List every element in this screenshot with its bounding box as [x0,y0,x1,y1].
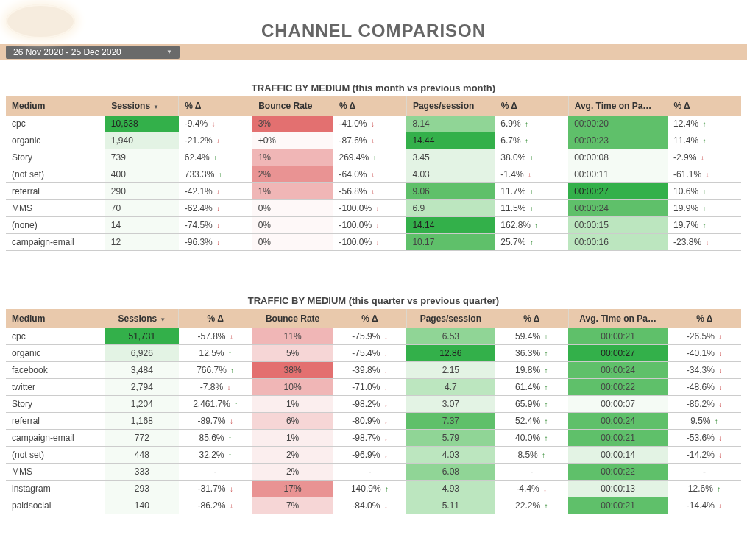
cell-bounce-delta: -100.0% ↓ [333,234,407,251]
table-traffic-month: Medium Sessions▼ % Δ Bounce Rate % Δ Pag… [6,96,741,251]
chevron-down-icon: ▼ [166,46,172,59]
col-time-delta[interactable]: % Δ [668,309,741,328]
cell-sessions-delta: -89.7% ↓ [179,413,252,430]
cell-bounce: 1% [252,149,333,166]
cell-time: 00:00:27 [568,345,668,362]
table1-container: Medium Sessions▼ % Δ Bounce Rate % Δ Pag… [0,96,747,251]
cell-time: 00:00:22 [568,464,668,481]
arrow-down-icon: ↓ [371,188,375,196]
col-medium[interactable]: Medium [6,96,105,116]
col-time[interactable]: Avg. Time on Pa… [568,309,668,328]
cell-time: 00:00:24 [568,200,668,217]
arrow-down-icon: ↓ [543,485,547,493]
cell-bounce: +0% [252,132,333,149]
cell-pages-delta: 65.9% ↑ [495,396,568,413]
cell-time: 00:00:22 [568,379,668,396]
cell-bounce-delta: -84.0% ↓ [333,497,407,514]
date-range-value: 26 Nov 2020 - 25 Dec 2020 [13,46,121,59]
cell-sessions-delta: -7.8% ↓ [179,379,252,396]
table2-container: Medium Sessions▼ % Δ Bounce Rate % Δ Pag… [0,309,747,514]
arrow-down-icon: ↓ [376,205,380,213]
cell-pages: 5.11 [406,497,495,514]
cell-pages-delta: 22.2% ↑ [495,497,568,514]
arrow-up-icon: ↑ [234,400,238,408]
table-row: cpc51,731-57.8% ↓11%-75.9% ↓6.5359.4% ↑0… [6,328,741,345]
date-range-picker[interactable]: 26 Nov 2020 - 25 Dec 2020 ▼ [6,46,180,59]
cell-medium: organic [6,132,105,149]
cell-sessions-delta: -74.5% ↓ [179,217,252,234]
col-sessions-delta[interactable]: % Δ [179,309,252,328]
col-bounce[interactable]: Bounce Rate [252,309,333,328]
cell-medium: referral [6,183,105,200]
arrow-up-icon: ↑ [544,400,548,408]
arrow-down-icon: ↓ [718,434,722,442]
sort-desc-icon: ▼ [153,104,159,110]
cell-sessions: 6,926 [105,345,179,362]
arrow-up-icon: ↑ [525,137,528,145]
table-header-row: Medium Sessions▼ % Δ Bounce Rate % Δ Pag… [6,96,741,116]
cell-bounce-delta: -96.9% ↓ [333,447,407,464]
cell-pages: 3.07 [406,396,495,413]
col-sessions-delta[interactable]: % Δ [179,96,252,116]
col-medium[interactable]: Medium [6,309,105,328]
arrow-down-icon: ↓ [371,171,375,179]
col-bounce-delta[interactable]: % Δ [333,309,407,328]
cell-pages: 8.14 [406,116,495,132]
table-row: organic1,940-21.2% ↓+0%-87.6% ↓14.446.7%… [6,132,741,149]
cell-medium: (not set) [6,447,105,464]
cell-bounce-delta: -100.0% ↓ [333,217,407,234]
cell-bounce: 17% [252,481,333,497]
cell-time: 00:00:08 [568,149,668,166]
cell-sessions-delta: 32.2% ↑ [179,447,252,464]
col-pages[interactable]: Pages/session [406,309,495,328]
cell-time-delta: 11.4% ↑ [668,132,741,149]
col-pages-delta[interactable]: % Δ [495,309,568,328]
cell-bounce-delta: 140.9% ↑ [333,481,407,497]
arrow-down-icon: ↓ [384,417,388,425]
cell-time-delta: -14.2% ↓ [668,447,741,464]
cell-sessions: 140 [105,497,179,514]
cell-time-delta: -26.5% ↓ [668,328,741,345]
col-pages-delta[interactable]: % Δ [495,96,568,116]
cell-pages-delta: 40.0% ↑ [495,430,568,447]
cell-bounce-delta: -56.8% ↓ [333,183,407,200]
cell-bounce-delta: -75.9% ↓ [333,328,407,345]
cell-sessions-delta: 12.5% ↑ [179,345,252,362]
cell-time-delta: -2.9% ↓ [668,149,741,166]
cell-time: 00:00:27 [568,183,668,200]
col-time-delta[interactable]: % Δ [668,96,741,116]
cell-time-delta: 12.4% ↑ [668,116,741,132]
col-sessions[interactable]: Sessions▼ [105,96,179,116]
arrow-up-icon: ↑ [385,485,389,493]
table-row: paidsocial140-86.2% ↓7%-84.0% ↓5.1122.2%… [6,497,741,514]
arrow-up-icon: ↑ [213,154,217,162]
cell-sessions-delta: -31.7% ↓ [179,481,252,497]
table-row: MMS70-62.4% ↓0%-100.0% ↓6.911.5% ↑00:00:… [6,200,741,217]
cell-time-delta: -14.4% ↓ [668,497,741,514]
arrow-down-icon: ↓ [718,502,722,510]
header: CHANNEL COMPARISON [0,0,747,44]
cell-time-delta: -40.1% ↓ [668,345,741,362]
cell-sessions-delta: 62.4% ↑ [179,149,252,166]
col-pages[interactable]: Pages/session [406,96,495,116]
col-sessions[interactable]: Sessions▼ [105,309,179,328]
cell-bounce: 5% [252,345,333,362]
cell-pages: 6.9 [406,200,495,217]
arrow-down-icon: ↓ [718,350,722,358]
cell-sessions-delta: 766.7% ↑ [179,362,252,379]
arrow-up-icon: ↑ [702,205,706,213]
cell-pages: 7.37 [406,413,495,430]
cell-sessions: 14 [105,217,179,234]
arrow-up-icon: ↑ [544,366,548,375]
cell-medium: Story [6,396,105,413]
col-time[interactable]: Avg. Time on Pa… [568,96,668,116]
cell-bounce-delta: -64.0% ↓ [333,166,407,183]
arrow-down-icon: ↓ [230,417,233,425]
cell-time-delta: 19.9% ↑ [668,200,741,217]
col-bounce-delta[interactable]: % Δ [333,96,407,116]
arrow-down-icon: ↓ [528,171,531,179]
col-bounce[interactable]: Bounce Rate [252,96,333,116]
cell-bounce-delta: -71.0% ↓ [333,379,407,396]
arrow-down-icon: ↓ [384,400,388,408]
cell-pages: 12.86 [406,345,495,362]
